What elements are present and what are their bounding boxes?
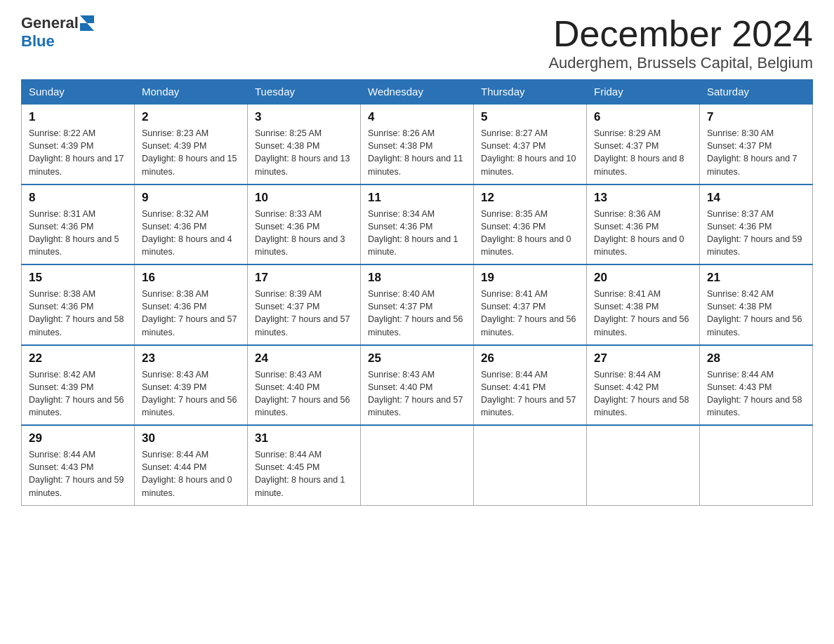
calendar-cell: 7 Sunrise: 8:30 AM Sunset: 4:37 PM Dayli… (700, 104, 813, 185)
day-number: 15 (29, 271, 127, 285)
day-number: 27 (594, 351, 692, 365)
day-number: 3 (255, 110, 353, 124)
calendar-cell: 30 Sunrise: 8:44 AM Sunset: 4:44 PM Dayl… (135, 425, 248, 505)
calendar-cell (361, 425, 474, 505)
day-number: 13 (594, 191, 692, 205)
calendar-cell (700, 425, 813, 505)
day-number: 19 (481, 271, 579, 285)
day-info: Sunrise: 8:31 AM Sunset: 4:36 PM Dayligh… (29, 208, 127, 259)
calendar-cell: 3 Sunrise: 8:25 AM Sunset: 4:38 PM Dayli… (248, 104, 361, 185)
day-info: Sunrise: 8:38 AM Sunset: 4:36 PM Dayligh… (142, 288, 240, 339)
calendar-cell: 19 Sunrise: 8:41 AM Sunset: 4:37 PM Dayl… (474, 264, 587, 345)
day-info: Sunrise: 8:44 AM Sunset: 4:44 PM Dayligh… (142, 448, 240, 499)
day-info: Sunrise: 8:44 AM Sunset: 4:42 PM Dayligh… (594, 368, 692, 420)
day-info: Sunrise: 8:37 AM Sunset: 4:36 PM Dayligh… (707, 208, 805, 259)
day-info: Sunrise: 8:23 AM Sunset: 4:39 PM Dayligh… (142, 127, 240, 178)
day-number: 24 (255, 351, 353, 365)
day-number: 12 (481, 191, 579, 205)
day-number: 10 (255, 191, 353, 205)
calendar-cell: 2 Sunrise: 8:23 AM Sunset: 4:39 PM Dayli… (135, 104, 248, 185)
calendar-cell: 4 Sunrise: 8:26 AM Sunset: 4:38 PM Dayli… (361, 104, 474, 185)
day-info: Sunrise: 8:39 AM Sunset: 4:37 PM Dayligh… (255, 288, 353, 339)
calendar-cell: 24 Sunrise: 8:43 AM Sunset: 4:40 PM Dayl… (248, 345, 361, 426)
calendar-cell: 26 Sunrise: 8:44 AM Sunset: 4:41 PM Dayl… (474, 345, 587, 426)
calendar-week-row: 22 Sunrise: 8:42 AM Sunset: 4:39 PM Dayl… (22, 345, 813, 426)
day-number: 17 (255, 271, 353, 285)
day-number: 14 (707, 191, 805, 205)
day-number: 8 (29, 191, 127, 205)
calendar-cell: 27 Sunrise: 8:44 AM Sunset: 4:42 PM Dayl… (587, 345, 700, 426)
calendar-cell: 25 Sunrise: 8:43 AM Sunset: 4:40 PM Dayl… (361, 345, 474, 426)
calendar-cell: 31 Sunrise: 8:44 AM Sunset: 4:45 PM Dayl… (248, 425, 361, 505)
day-number: 22 (29, 351, 127, 365)
page-header: General Blue December 2024 Auderghem, Br… (21, 14, 813, 72)
col-header-wednesday: Wednesday (361, 80, 474, 105)
calendar-cell: 8 Sunrise: 8:31 AM Sunset: 4:36 PM Dayli… (22, 185, 135, 265)
day-info: Sunrise: 8:34 AM Sunset: 4:36 PM Dayligh… (368, 208, 466, 259)
calendar-cell: 15 Sunrise: 8:38 AM Sunset: 4:36 PM Dayl… (22, 264, 135, 345)
logo-text-blue: Blue (21, 32, 55, 50)
day-number: 29 (29, 431, 127, 445)
day-number: 25 (368, 351, 466, 365)
calendar-header-row: SundayMondayTuesdayWednesdayThursdayFrid… (22, 80, 813, 105)
day-info: Sunrise: 8:30 AM Sunset: 4:37 PM Dayligh… (707, 127, 805, 178)
calendar-cell: 29 Sunrise: 8:44 AM Sunset: 4:43 PM Dayl… (22, 425, 135, 505)
day-info: Sunrise: 8:44 AM Sunset: 4:43 PM Dayligh… (29, 448, 127, 499)
calendar-table: SundayMondayTuesdayWednesdayThursdayFrid… (21, 79, 813, 506)
calendar-cell: 14 Sunrise: 8:37 AM Sunset: 4:36 PM Dayl… (700, 185, 813, 265)
day-info: Sunrise: 8:35 AM Sunset: 4:36 PM Dayligh… (481, 208, 579, 259)
col-header-friday: Friday (587, 80, 700, 105)
day-number: 20 (594, 271, 692, 285)
logo-triangle-top (80, 15, 94, 23)
calendar-cell: 12 Sunrise: 8:35 AM Sunset: 4:36 PM Dayl… (474, 185, 587, 265)
calendar-cell: 11 Sunrise: 8:34 AM Sunset: 4:36 PM Dayl… (361, 185, 474, 265)
day-info: Sunrise: 8:43 AM Sunset: 4:40 PM Dayligh… (368, 368, 466, 420)
day-number: 18 (368, 271, 466, 285)
day-info: Sunrise: 8:43 AM Sunset: 4:40 PM Dayligh… (255, 368, 353, 420)
day-info: Sunrise: 8:42 AM Sunset: 4:39 PM Dayligh… (29, 368, 127, 420)
day-info: Sunrise: 8:32 AM Sunset: 4:36 PM Dayligh… (142, 208, 240, 259)
calendar-cell (587, 425, 700, 505)
day-number: 31 (255, 431, 353, 445)
day-number: 23 (142, 351, 240, 365)
day-number: 7 (707, 110, 805, 124)
calendar-week-row: 8 Sunrise: 8:31 AM Sunset: 4:36 PM Dayli… (22, 185, 813, 265)
calendar-cell: 18 Sunrise: 8:40 AM Sunset: 4:37 PM Dayl… (361, 264, 474, 345)
location-title: Auderghem, Brussels Capital, Belgium (548, 54, 813, 72)
day-info: Sunrise: 8:25 AM Sunset: 4:38 PM Dayligh… (255, 127, 353, 178)
day-info: Sunrise: 8:33 AM Sunset: 4:36 PM Dayligh… (255, 208, 353, 259)
calendar-cell (474, 425, 587, 505)
calendar-cell: 9 Sunrise: 8:32 AM Sunset: 4:36 PM Dayli… (135, 185, 248, 265)
day-info: Sunrise: 8:42 AM Sunset: 4:38 PM Dayligh… (707, 288, 805, 339)
col-header-monday: Monday (135, 80, 248, 105)
day-number: 30 (142, 431, 240, 445)
logo-triangle-bottom (80, 23, 94, 31)
day-number: 28 (707, 351, 805, 365)
day-info: Sunrise: 8:43 AM Sunset: 4:39 PM Dayligh… (142, 368, 240, 420)
day-number: 9 (142, 191, 240, 205)
day-number: 6 (594, 110, 692, 124)
day-info: Sunrise: 8:22 AM Sunset: 4:39 PM Dayligh… (29, 127, 127, 178)
title-block: December 2024 Auderghem, Brussels Capita… (548, 14, 813, 72)
calendar-week-row: 1 Sunrise: 8:22 AM Sunset: 4:39 PM Dayli… (22, 104, 813, 185)
calendar-cell: 5 Sunrise: 8:27 AM Sunset: 4:37 PM Dayli… (474, 104, 587, 185)
calendar-cell: 6 Sunrise: 8:29 AM Sunset: 4:37 PM Dayli… (587, 104, 700, 185)
day-number: 1 (29, 110, 127, 124)
day-number: 16 (142, 271, 240, 285)
calendar-cell: 17 Sunrise: 8:39 AM Sunset: 4:37 PM Dayl… (248, 264, 361, 345)
day-info: Sunrise: 8:41 AM Sunset: 4:37 PM Dayligh… (481, 288, 579, 339)
day-info: Sunrise: 8:41 AM Sunset: 4:38 PM Dayligh… (594, 288, 692, 339)
day-number: 21 (707, 271, 805, 285)
logo: General Blue (21, 14, 94, 51)
calendar-cell: 13 Sunrise: 8:36 AM Sunset: 4:36 PM Dayl… (587, 185, 700, 265)
calendar-week-row: 29 Sunrise: 8:44 AM Sunset: 4:43 PM Dayl… (22, 425, 813, 505)
calendar-cell: 23 Sunrise: 8:43 AM Sunset: 4:39 PM Dayl… (135, 345, 248, 426)
calendar-cell: 1 Sunrise: 8:22 AM Sunset: 4:39 PM Dayli… (22, 104, 135, 185)
calendar-cell: 10 Sunrise: 8:33 AM Sunset: 4:36 PM Dayl… (248, 185, 361, 265)
calendar-week-row: 15 Sunrise: 8:38 AM Sunset: 4:36 PM Dayl… (22, 264, 813, 345)
month-title: December 2024 (548, 14, 813, 54)
col-header-saturday: Saturday (700, 80, 813, 105)
day-info: Sunrise: 8:44 AM Sunset: 4:43 PM Dayligh… (707, 368, 805, 420)
day-number: 11 (368, 191, 466, 205)
calendar-cell: 20 Sunrise: 8:41 AM Sunset: 4:38 PM Dayl… (587, 264, 700, 345)
